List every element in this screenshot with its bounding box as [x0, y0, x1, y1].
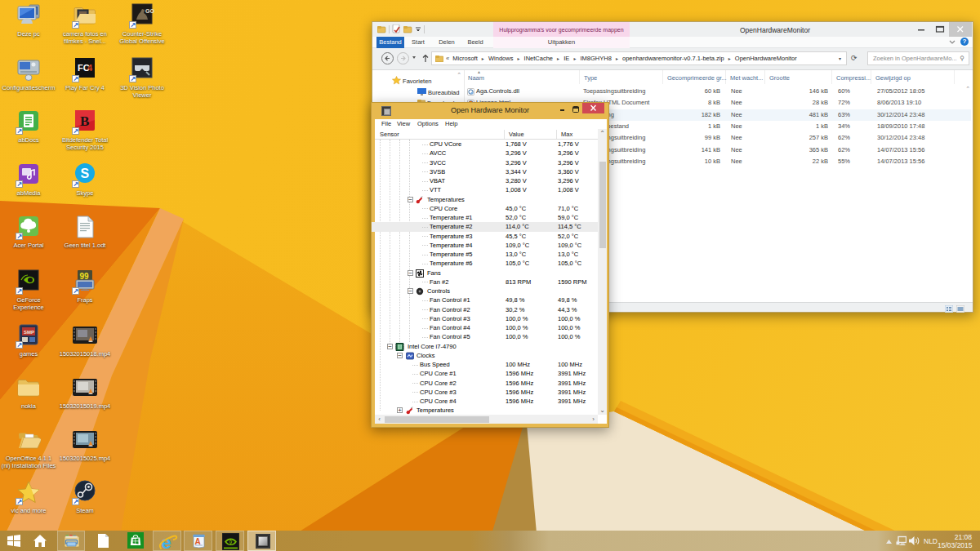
svg-text:S: S — [81, 167, 90, 180]
svg-text:B: B — [80, 113, 89, 129]
svg-text:GO: GO — [145, 8, 154, 14]
svg-text:SMP: SMP — [24, 330, 34, 335]
svg-text:99: 99 — [80, 272, 90, 281]
svg-text:4: 4 — [87, 63, 93, 73]
svg-text:A: A — [195, 537, 201, 546]
